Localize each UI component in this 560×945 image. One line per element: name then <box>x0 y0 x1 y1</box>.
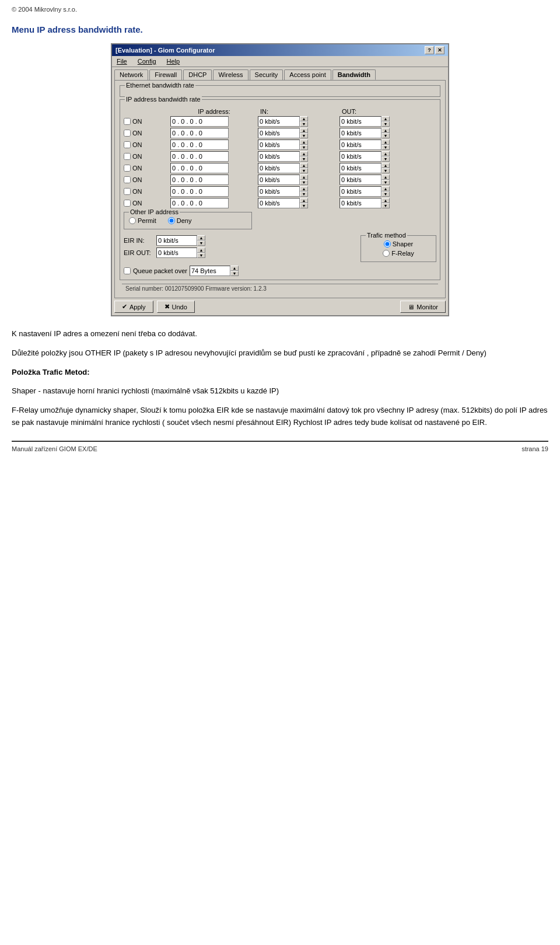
ip-input-4[interactable] <box>170 163 229 173</box>
frelay-option[interactable]: F-Relay <box>383 250 414 257</box>
out-spin-down-5[interactable]: ▼ <box>382 180 390 185</box>
on-checkbox-6[interactable] <box>124 188 131 195</box>
ip-input-6[interactable] <box>170 186 229 197</box>
in-spin-down-1[interactable]: ▼ <box>300 133 308 138</box>
on-checkbox-3[interactable] <box>124 153 131 160</box>
in-input-5[interactable] <box>258 175 300 185</box>
on-checkbox-5[interactable] <box>124 176 131 183</box>
out-input-1[interactable] <box>340 128 382 138</box>
out-input-4[interactable] <box>340 163 382 173</box>
in-spinner-3[interactable]: ▲ ▼ <box>300 151 308 162</box>
queue-spinner[interactable]: ▲ ▼ <box>230 266 239 276</box>
in-spinner-4[interactable]: ▲ ▼ <box>300 163 308 173</box>
in-spin-up-3[interactable]: ▲ <box>300 151 308 156</box>
tab-network[interactable]: Network <box>114 69 148 80</box>
tab-access-point[interactable]: Access point <box>284 69 331 80</box>
out-spin-down-2[interactable]: ▼ <box>382 145 390 150</box>
in-spin-up-6[interactable]: ▲ <box>300 186 308 191</box>
in-input-1[interactable] <box>258 128 300 138</box>
in-input-2[interactable] <box>258 140 300 150</box>
eir-in-input[interactable] <box>156 235 197 246</box>
apply-button[interactable]: ✔ Apply <box>114 301 153 313</box>
in-spin-down-0[interactable]: ▼ <box>300 121 308 127</box>
out-spin-down-6[interactable]: ▼ <box>382 191 390 197</box>
frelay-radio[interactable] <box>383 250 390 257</box>
eir-out-spin-down[interactable]: ▼ <box>197 253 205 258</box>
out-spin-up-1[interactable]: ▲ <box>382 128 390 133</box>
out-spin-up-6[interactable]: ▲ <box>382 186 390 191</box>
on-checkbox-1[interactable] <box>124 130 131 137</box>
ip-input-7[interactable] <box>170 198 229 208</box>
on-label-5[interactable]: ON <box>124 176 170 183</box>
eir-in-spin-up[interactable]: ▲ <box>197 235 205 240</box>
help-button[interactable]: ? <box>425 46 434 54</box>
out-input-5[interactable] <box>340 175 382 185</box>
on-checkbox-0[interactable] <box>124 118 131 125</box>
on-checkbox-2[interactable] <box>124 141 131 148</box>
out-spin-up-7[interactable]: ▲ <box>382 198 390 203</box>
out-spinner-4[interactable]: ▲ ▼ <box>382 163 390 173</box>
ip-input-2[interactable] <box>170 140 229 150</box>
out-spin-up-2[interactable]: ▲ <box>382 140 390 145</box>
queue-input[interactable] <box>190 266 230 276</box>
tab-wireless[interactable]: Wireless <box>213 69 248 80</box>
ip-input-5[interactable] <box>170 175 229 185</box>
in-input-6[interactable] <box>258 186 300 197</box>
in-spinner-6[interactable]: ▲ ▼ <box>300 186 308 197</box>
in-input-4[interactable] <box>258 163 300 173</box>
undo-button[interactable]: ✖ Undo <box>157 301 195 313</box>
deny-label[interactable]: Deny <box>168 217 192 224</box>
shaper-option[interactable]: Shaper <box>384 240 413 247</box>
out-spinner-1[interactable]: ▲ ▼ <box>382 128 390 138</box>
eir-out-input[interactable] <box>156 247 197 258</box>
ip-input-1[interactable] <box>170 128 229 138</box>
permit-radio[interactable] <box>129 217 136 224</box>
out-spinner-6[interactable]: ▲ ▼ <box>382 186 390 197</box>
ip-input-3[interactable] <box>170 151 229 162</box>
queue-checkbox[interactable] <box>124 267 131 274</box>
out-spinner-2[interactable]: ▲ ▼ <box>382 140 390 150</box>
in-spin-up-5[interactable]: ▲ <box>300 175 308 180</box>
out-input-0[interactable] <box>340 116 382 127</box>
eir-in-spinner[interactable]: ▲ ▼ <box>197 235 205 246</box>
in-input-3[interactable] <box>258 151 300 162</box>
out-spin-down-3[interactable]: ▼ <box>382 156 390 162</box>
out-spin-down-0[interactable]: ▼ <box>382 121 390 127</box>
on-label-2[interactable]: ON <box>124 141 170 148</box>
out-spin-up-5[interactable]: ▲ <box>382 175 390 180</box>
in-spinner-7[interactable]: ▲ ▼ <box>300 198 308 208</box>
in-spin-up-0[interactable]: ▲ <box>300 116 308 121</box>
tab-firewall[interactable]: Firewall <box>149 69 182 80</box>
in-spin-down-2[interactable]: ▼ <box>300 145 308 150</box>
in-spin-up-4[interactable]: ▲ <box>300 163 308 168</box>
out-spin-up-4[interactable]: ▲ <box>382 163 390 168</box>
out-input-6[interactable] <box>340 186 382 197</box>
shaper-radio[interactable] <box>384 240 391 247</box>
in-input-0[interactable] <box>258 116 300 127</box>
eir-out-spin-up[interactable]: ▲ <box>197 247 205 253</box>
menu-help[interactable]: Help <box>164 57 183 65</box>
on-label-3[interactable]: ON <box>124 153 170 160</box>
out-spinner-7[interactable]: ▲ ▼ <box>382 198 390 208</box>
menu-config[interactable]: Config <box>135 57 159 65</box>
in-spin-down-7[interactable]: ▼ <box>300 203 308 208</box>
in-spinner-0[interactable]: ▲ ▼ <box>300 116 308 127</box>
queue-spin-down[interactable]: ▼ <box>230 271 239 276</box>
eir-out-spinner[interactable]: ▲ ▼ <box>197 247 205 258</box>
tab-security[interactable]: Security <box>250 69 284 80</box>
out-input-7[interactable] <box>340 198 382 208</box>
in-spinner-1[interactable]: ▲ ▼ <box>300 128 308 138</box>
out-spinner-5[interactable]: ▲ ▼ <box>382 175 390 185</box>
in-input-7[interactable] <box>258 198 300 208</box>
in-spinner-2[interactable]: ▲ ▼ <box>300 140 308 150</box>
on-label-6[interactable]: ON <box>124 188 170 195</box>
permit-label[interactable]: Permit <box>129 217 156 224</box>
out-spinner-0[interactable]: ▲ ▼ <box>382 116 390 127</box>
monitor-button[interactable]: 🖥 Monitor <box>400 301 446 313</box>
in-spin-up-7[interactable]: ▲ <box>300 198 308 203</box>
out-spin-down-7[interactable]: ▼ <box>382 203 390 208</box>
in-spin-down-4[interactable]: ▼ <box>300 168 308 173</box>
out-spin-up-3[interactable]: ▲ <box>382 151 390 156</box>
close-button[interactable]: ✕ <box>435 46 444 54</box>
on-checkbox-4[interactable] <box>124 165 131 172</box>
